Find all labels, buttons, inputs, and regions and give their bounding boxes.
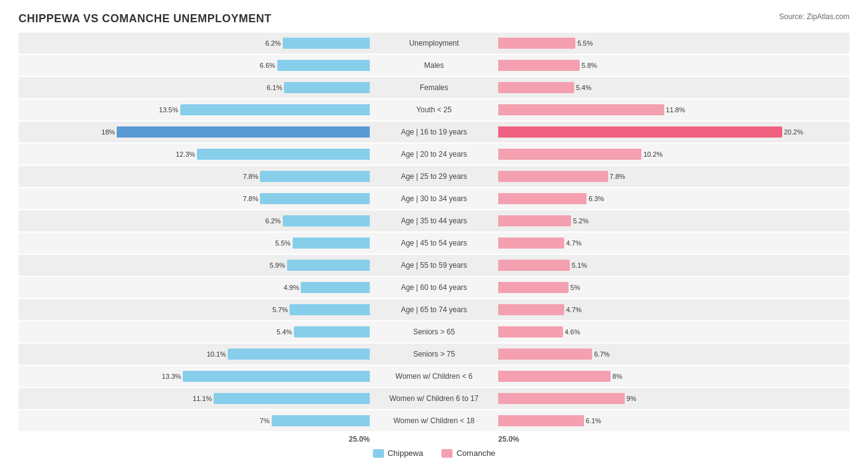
left-value: 7.8% (243, 173, 258, 180)
chart-row: 5.9% Age | 55 to 59 years 5.1% (19, 255, 849, 276)
chart-container: CHIPPEWA VS COMANCHE UNEMPLOYMENT Source… (0, 0, 868, 467)
comanche-bar (498, 215, 571, 226)
left-value: 6.6% (260, 62, 275, 69)
axis-right-label: 25.0% (498, 435, 519, 444)
right-section: 4.7% (496, 236, 849, 250)
right-section: 4.6% (496, 325, 849, 339)
right-value: 4.7% (566, 306, 582, 313)
comanche-bar (498, 371, 611, 382)
chart-row: 7% Women w/ Children < 18 6.1% (19, 410, 849, 431)
right-value: 6.1% (586, 417, 601, 424)
row-label: Age | 20 to 24 years (372, 150, 496, 159)
left-section: 5.4% (19, 325, 372, 339)
bars-wrapper: 11.1% Women w/ Children 6 to 17 9% (19, 389, 849, 408)
row-label: Age | 45 to 54 years (372, 239, 496, 247)
legend-comanche: Comanche (441, 448, 495, 458)
bar-right-container: 10.2% (498, 147, 849, 161)
right-section: 8% (496, 370, 849, 383)
chippewa-bar (294, 326, 370, 337)
chart-header: CHIPPEWA VS COMANCHE UNEMPLOYMENT Source… (19, 12, 849, 28)
right-section: 10.2% (496, 147, 849, 161)
bar-left-container: 18% (19, 125, 370, 139)
comanche-bar (498, 349, 592, 360)
left-section: 7.8% (19, 192, 372, 205)
chippewa-bar (180, 104, 370, 115)
left-section: 5.5% (19, 236, 372, 250)
bars-wrapper: 4.9% Age | 60 to 64 years 5% (19, 278, 849, 297)
chart-row: 5.7% Age | 65 to 74 years 4.7% (19, 299, 849, 320)
left-section: 6.6% (19, 59, 372, 72)
bar-right-container: 11.8% (498, 103, 849, 117)
bars-wrapper: 6.2% Unemployment 5.5% (19, 34, 849, 52)
right-value: 4.6% (565, 328, 580, 336)
bar-left-container: 6.1% (19, 81, 370, 94)
comanche-bar (498, 171, 608, 182)
chippewa-bar (260, 193, 370, 204)
left-section: 6.2% (19, 214, 372, 228)
chippewa-bar (183, 371, 370, 382)
right-value: 8% (612, 373, 622, 380)
comanche-bar (498, 304, 564, 315)
bar-right-container: 5% (498, 281, 849, 294)
bars-wrapper: 12.3% Age | 20 to 24 years 10.2% (19, 145, 849, 163)
row-label: Women w/ Children < 6 (372, 372, 496, 381)
legend-chippewa: Chippewa (373, 448, 424, 458)
axis-left-label: 25.0% (349, 435, 370, 444)
row-label: Youth < 25 (372, 105, 496, 114)
right-value: 4.7% (566, 239, 582, 247)
bar-right-container: 5.1% (498, 258, 849, 272)
chart-row: 7.8% Age | 25 to 29 years 7.8% (19, 166, 849, 187)
row-label: Women w/ Children 6 to 17 (372, 394, 496, 403)
chart-row: 11.1% Women w/ Children 6 to 17 9% (19, 388, 849, 409)
left-section: 6.2% (19, 36, 372, 50)
bar-right-container: 7.8% (498, 170, 849, 183)
bar-right-container: 6.3% (498, 192, 849, 205)
chart-row: 6.2% Age | 35 to 44 years 5.2% (19, 210, 849, 231)
comanche-bar (498, 60, 580, 71)
bar-left-container: 5.4% (19, 325, 370, 339)
bar-right-container: 5.5% (498, 36, 849, 50)
comanche-bar (498, 126, 782, 138)
bars-wrapper: 6.6% Males 5.8% (19, 56, 849, 75)
row-label: Seniors > 75 (372, 350, 496, 358)
chippewa-swatch (373, 449, 384, 458)
bars-wrapper: 7.8% Age | 25 to 29 years 7.8% (19, 167, 849, 186)
bar-left-container: 10.1% (19, 347, 370, 361)
right-value: 7.8% (610, 173, 625, 180)
right-section: 5.2% (496, 214, 849, 228)
comanche-swatch (441, 449, 453, 458)
right-value: 11.8% (666, 106, 685, 114)
chart-row: 18% Age | 16 to 19 years 20.2% (19, 122, 849, 143)
bar-right-container: 5.4% (498, 81, 849, 94)
chart-legend: Chippewa Comanche (19, 448, 849, 458)
right-section: 5% (496, 281, 849, 294)
bar-right-container: 6.7% (498, 347, 849, 361)
right-section: 11.8% (496, 103, 849, 117)
bar-left-container: 7% (19, 414, 370, 428)
chippewa-bar (284, 82, 370, 93)
chart-row: 12.3% Age | 20 to 24 years 10.2% (19, 144, 849, 165)
right-value: 20.2% (784, 128, 803, 136)
bars-wrapper: 13.3% Women w/ Children < 6 8% (19, 367, 849, 386)
bars-wrapper: 5.7% Age | 65 to 74 years 4.7% (19, 300, 849, 319)
chippewa-bar (228, 349, 370, 360)
right-value: 5.5% (577, 39, 593, 47)
left-value: 6.2% (265, 217, 281, 225)
chart-row: 6.2% Unemployment 5.5% (19, 33, 849, 54)
source-text: Source: ZipAtlas.com (779, 12, 849, 21)
left-section: 7.8% (19, 170, 372, 183)
left-section: 18% (19, 125, 372, 139)
comanche-bar (498, 415, 584, 426)
left-section: 10.1% (19, 347, 372, 361)
bars-wrapper: 6.2% Age | 35 to 44 years 5.2% (19, 212, 849, 230)
left-value: 5.7% (272, 306, 288, 313)
chippewa-bar (197, 149, 370, 160)
chart-row: 6.6% Males 5.8% (19, 55, 849, 76)
left-section: 5.9% (19, 258, 372, 272)
left-value: 12.3% (176, 151, 195, 158)
chart-row: 5.4% Seniors > 65 4.6% (19, 321, 849, 342)
left-section: 13.3% (19, 370, 372, 383)
chippewa-bar (260, 171, 370, 182)
chart-row: 6.1% Females 5.4% (19, 77, 849, 98)
row-label: Age | 55 to 59 years (372, 261, 496, 270)
